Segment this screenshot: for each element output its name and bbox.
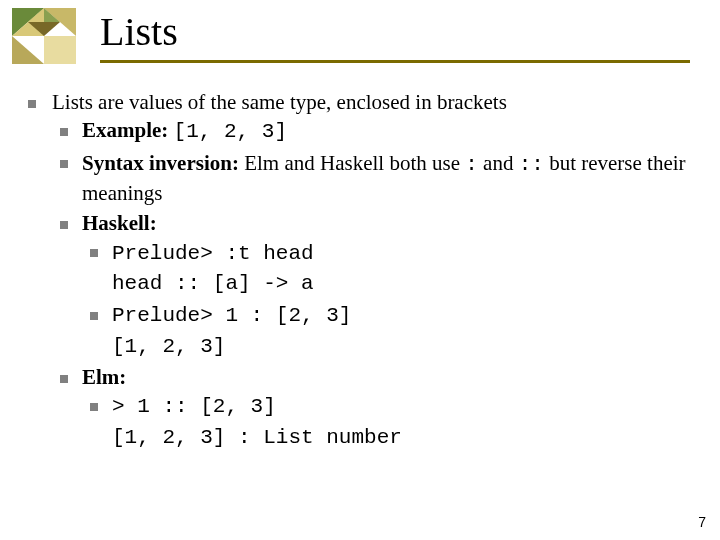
bullet-haskell: Haskell: Prelude> :t head head :: [a] ->… <box>52 209 696 361</box>
syntax-text1: Elm and Haskell both use <box>239 151 465 175</box>
elm-line1b: [1, 2, 3] : List number <box>112 426 402 449</box>
haskell-line2b: [1, 2, 3] <box>112 335 225 358</box>
page-number: 7 <box>698 514 706 530</box>
title-wrap: Lists <box>100 10 720 63</box>
slide-header: Lists <box>0 0 720 64</box>
haskell-line2a: Prelude> 1 : [2, 3] <box>112 304 351 327</box>
elm-line1a: > 1 :: [2, 3] <box>112 395 276 418</box>
haskell-block2: Prelude> 1 : [2, 3] [1, 2, 3] <box>82 300 696 361</box>
slide-title: Lists <box>100 10 720 58</box>
title-underline <box>100 60 690 63</box>
bullet-example: Example: [1, 2, 3] <box>52 116 696 146</box>
haskell-label: Haskell: <box>82 211 157 235</box>
haskell-line1a: Prelude> :t head <box>112 242 314 265</box>
elm-label: Elm: <box>82 365 126 389</box>
elm-block1: > 1 :: [2, 3] [1, 2, 3] : List number <box>82 391 696 452</box>
bullet-syntax-inversion: Syntax inversion: Elm and Haskell both u… <box>52 149 696 208</box>
main-point-text: Lists are values of the same type, enclo… <box>52 90 507 114</box>
svg-marker-6 <box>44 36 76 64</box>
haskell-line1b: head :: [a] -> a <box>112 272 314 295</box>
example-code: [1, 2, 3] <box>174 120 287 143</box>
bullet-elm: Elm: > 1 :: [2, 3] [1, 2, 3] : List numb… <box>52 363 696 452</box>
bullet-main: Lists are values of the same type, enclo… <box>24 88 696 452</box>
syntax-code1: : <box>465 153 478 176</box>
tangram-logo-icon <box>12 8 76 64</box>
syntax-label: Syntax inversion: <box>82 151 239 175</box>
haskell-block1: Prelude> :t head head :: [a] -> a <box>82 238 696 299</box>
example-label: Example: <box>82 118 168 142</box>
slide-content: Lists are values of the same type, enclo… <box>0 64 720 452</box>
svg-marker-3 <box>12 36 44 64</box>
syntax-text2: and <box>478 151 519 175</box>
syntax-code2: :: <box>519 153 544 176</box>
